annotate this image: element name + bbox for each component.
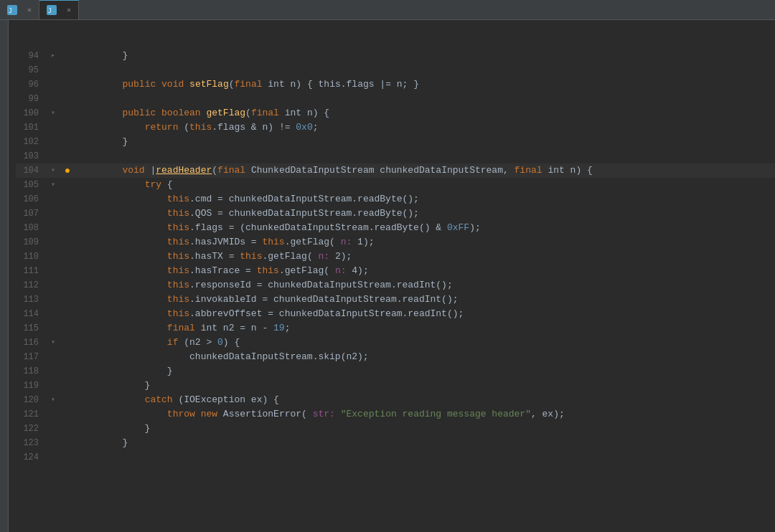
code-token: .flags = (chunkedDataInputStream.readByt… [189,222,447,233]
fold-open-icon[interactable]: ▾ [51,393,55,407]
code-token: } [78,50,128,61]
code-line: public void setFlag(final int n) { this.… [75,77,775,92]
tab-bar: J ✕ J ✕ [0,0,775,20]
tab-msgabbrev[interactable]: J ✕ [0,0,39,19]
table-row: 105▾ try { [16,178,775,192]
table-row: 108 this.flags = (chunkedDataInputStream… [16,221,775,235]
code-line: this.cmd = chunkedDataInputStream.readBy… [75,192,775,206]
tab-close-active-icon[interactable]: ✕ [67,6,71,14]
code-content[interactable]: 94▸ }95 96 public void setFlag(final int… [9,20,775,532]
table-row: 109 this.hasJVMIDs = this.getFlag( n: 1)… [16,235,775,250]
code-token: .hasTX = [189,251,240,262]
code-token: .flags & n) != [212,122,296,133]
fold-open-icon[interactable]: ▾ [51,106,55,120]
code-token: ( [245,108,251,118]
code-token: int n) { [542,165,593,176]
code-token: 2); [329,251,352,262]
code-token: final [235,79,263,90]
code-token: } [78,423,150,434]
table-row: 100▾ public boolean getFlag(final int n)… [16,106,775,120]
fold-gutter[interactable]: ▾ [46,178,60,192]
line-number: 122 [16,422,46,436]
code-token: .getFlag( [285,237,341,247]
code-token: .responseId = chunkedDataInputStream.rea… [189,280,453,290]
code-token: this [167,251,189,262]
line-number: 109 [16,235,46,250]
code-token: getFlag [206,108,245,118]
code-token: return [145,122,179,133]
table-row: 115 final int n2 = n - 19; [16,321,775,336]
code-token: ( [229,79,235,90]
table-row: 101 return (this.flags & n) != 0x0; [16,120,775,135]
code-token: this [167,265,189,276]
line-number: 104 [16,163,46,178]
code-line [75,63,775,77]
code-line: this.hasJVMIDs = this.getFlag( n: 1); [75,235,775,250]
line-number: 112 [16,278,46,293]
svg-text:J: J [9,8,12,14]
code-token: ) { [223,337,240,348]
line-number: 101 [16,120,46,135]
code-token: int n) { this.flags |= n; } [263,79,419,90]
code-token: } [78,437,128,448]
code-token: ChunkedDataInputStream chunkedDataInputS… [245,165,514,176]
code-token: } [78,380,150,391]
table-row: 117 chunkedDataInputStream.skip(n2); [16,350,775,364]
code-token: this [167,222,189,233]
line-number: 115 [16,321,46,336]
code-line: throw new AssertionError( str: "Exceptio… [75,407,775,422]
code-token: if [167,337,179,348]
table-row: 110 this.hasTX = this.getFlag( n: 2); [16,250,775,264]
code-line: } [75,422,775,436]
code-line: this.responseId = chunkedDataInputStream… [75,278,775,293]
code-token: void [161,79,184,90]
code-token: public [122,79,156,90]
code-token: n: [319,251,330,262]
code-token: this [257,265,279,276]
table-row: 103 [16,149,775,163]
code-token [78,122,145,133]
fold-open-icon[interactable]: ▾ [51,163,55,178]
fold-open-icon[interactable]: ▾ [51,178,55,192]
code-token: .getFlag( [279,265,335,276]
code-token: try [145,179,161,190]
fold-gutter[interactable]: ▸ [46,49,60,63]
fold-open-icon[interactable]: ▾ [51,336,55,350]
code-token [78,351,189,362]
table-row: 116▾ if (n2 > 0) { [16,336,775,350]
fold-gutter[interactable]: ▾ [46,106,60,120]
code-line: } [75,379,775,393]
code-line: this.abbrevOffset = chunkedDataInputStre… [75,307,775,321]
code-token: this [167,308,189,319]
code-line: try { [75,178,775,192]
code-token: , ex); [531,409,565,419]
code-line: } [75,364,775,379]
line-number: 99 [16,92,46,106]
line-number: 107 [16,206,46,221]
code-token: .invokableId = chunkedDataInputStream.re… [189,294,458,305]
table-row: 120▾ catch (IOException ex) { [16,393,775,407]
line-number: 106 [16,192,46,206]
code-token: final [515,165,542,176]
fold-close-icon[interactable]: ▸ [51,49,55,63]
warning-bullet: ● [60,163,75,178]
fold-gutter[interactable]: ▾ [46,163,60,178]
java-file-icon: J [7,5,17,15]
code-token: | [145,165,156,176]
line-number: 121 [16,407,46,422]
tab-close-icon[interactable]: ✕ [27,6,32,14]
code-line: final int n2 = n - 19; [75,321,775,336]
code-line: void |readHeader(final ChunkedDataInputS… [75,163,775,178]
code-line [75,92,775,106]
code-line: } [75,135,775,149]
code-line: this.invokableId = chunkedDataInputStrea… [75,293,775,307]
code-token [78,194,167,204]
fold-gutter[interactable]: ▾ [46,336,60,350]
fold-gutter[interactable]: ▾ [46,393,60,407]
code-token: this [167,294,189,305]
code-token: } [78,136,128,147]
code-token [78,222,167,233]
tab-jvmmessage[interactable]: J ✕ [39,0,79,19]
line-number: 105 [16,178,46,192]
editor: 94▸ }95 96 public void setFlag(final int… [0,20,775,532]
